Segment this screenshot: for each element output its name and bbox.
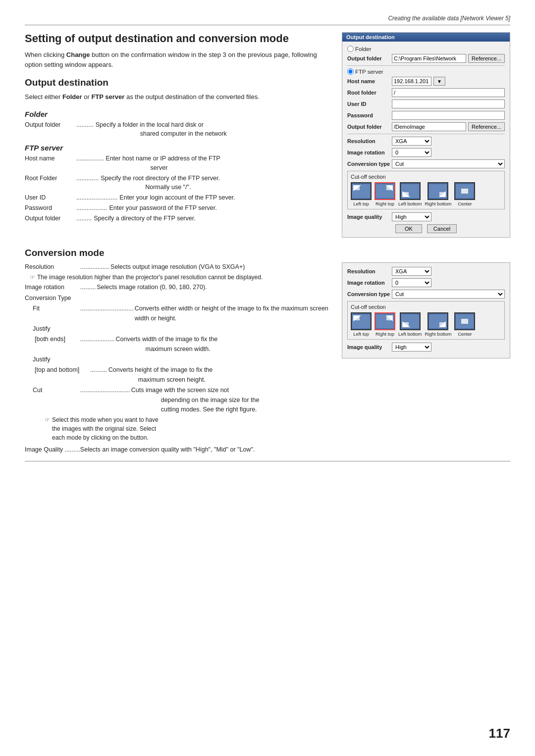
cutoff-right-top[interactable]: Right top [374, 182, 395, 206]
folder-definition: Output folder .......... Specify a folde… [25, 120, 332, 139]
hostname-input[interactable] [392, 77, 431, 86]
note-icon1: ☞ [30, 273, 35, 282]
folder-radio[interactable] [347, 46, 354, 52]
cut-desc: Cuts image with the screen size not depe… [131, 386, 332, 414]
password-label: Password [347, 112, 392, 118]
ftp-userid-term: User ID [25, 193, 74, 202]
cut-note-line: ☞ Select this mode when you want to have… [30, 415, 332, 442]
d2-conversion-type-select[interactable]: Cut [392, 290, 505, 299]
ftp-hostname-desc2: server [106, 163, 332, 173]
conversion-type-header-row: Conversion Type [25, 294, 332, 303]
userid-input[interactable] [392, 100, 505, 108]
ftp-definition: Host name ................ Enter host na… [25, 154, 332, 223]
image-rotation-term: Image rotation [25, 283, 79, 292]
folder-radio-row[interactable]: Folder [347, 46, 505, 52]
cancel-button[interactable]: Cancel [427, 224, 457, 233]
resolution-note-line: ☞ The image resolution higher than the p… [30, 273, 332, 282]
bottom-divider [25, 461, 510, 461]
hostname-row: Host name ▼ [347, 77, 505, 86]
ok-button[interactable]: OK [395, 224, 422, 233]
both-ends-term: [both ends] [25, 335, 79, 354]
svg-rect-2 [354, 186, 360, 190]
image-quality-select[interactable]: High [392, 212, 431, 221]
cut-note: Select this mode when you want to have t… [52, 415, 159, 442]
folder-desc2: shared computer in the network [96, 129, 332, 139]
d2-left-bottom-label: Left bottom [398, 331, 422, 337]
d2-cutoff-right-top[interactable]: Right top [374, 312, 395, 337]
ftp-outputfolder-item: Output folder ......... Specify a direct… [25, 214, 332, 223]
resolution-select[interactable]: XGA [392, 137, 431, 146]
cutoff-center[interactable]: Center [454, 182, 475, 206]
svg-rect-13 [461, 189, 468, 194]
d2-cutoff-right-bottom[interactable]: Right bottom [425, 312, 452, 337]
folder-title: Folder [25, 110, 332, 118]
conversion-type-label: Conversion type [347, 161, 392, 167]
ftp-rootfolder-term: Root Folder [25, 174, 74, 193]
output-folder2-row: Output folder Reference... [347, 122, 505, 131]
resolution-desc-row: Resolution ................. Selects out… [25, 262, 332, 272]
both-ends-desc2: maximum screen width. [115, 345, 332, 354]
ftp-outputfolder-term: Output folder [25, 214, 74, 223]
output-folder2-input[interactable] [392, 122, 466, 131]
d2-cutoff-left-top-icon [351, 312, 372, 330]
cutoff-section-title: Cut-off section [351, 174, 501, 180]
d2-cutoff-center[interactable]: Center [454, 312, 475, 337]
password-input[interactable] [392, 111, 505, 120]
hostname-label: Host name [347, 78, 392, 84]
d2-resolution-select[interactable]: XGA [392, 267, 431, 276]
cut-term: Cut [25, 386, 79, 414]
rootfolder-input[interactable] [392, 88, 505, 97]
ftp-rootfolder-item: Root Folder ............. Specify the ro… [25, 174, 332, 193]
ftp-hostname-item: Host name ................ Enter host na… [25, 154, 332, 173]
cut-desc2: depending on the image size for the [131, 396, 332, 405]
d2-image-rotation-select[interactable]: 0 [392, 278, 431, 287]
d2-cutoff-left-top[interactable]: Left top [351, 312, 372, 337]
svg-rect-25 [439, 322, 445, 327]
cutoff-section: Cut-off section Left top [347, 171, 505, 209]
conversion-left: Resolution ................. Selects out… [25, 262, 332, 456]
d2-image-quality-label: Image quality [347, 344, 392, 350]
dialog1-sep2 [347, 134, 505, 134]
svg-rect-16 [354, 316, 360, 320]
output-folder-input[interactable] [392, 54, 466, 63]
reference2-button[interactable]: Reference... [468, 122, 505, 131]
cutoff-left-top[interactable]: Left top [351, 182, 372, 206]
both-ends-row: [both ends] .................... Convert… [25, 335, 332, 354]
d2-image-quality-row: Image quality High [347, 343, 505, 352]
rootfolder-row: Root folder [347, 88, 505, 97]
svg-rect-19 [386, 316, 392, 320]
cutoff-right-bottom[interactable]: Right bottom [425, 182, 452, 206]
image-rotation-select[interactable]: 0 [392, 148, 431, 157]
cutoff-left-top-icon [351, 182, 372, 200]
ftp-radio[interactable] [347, 68, 354, 75]
justify-label1: Justify [25, 324, 332, 334]
conversion-mode-section: Conversion mode Resolution .............… [25, 248, 510, 456]
d2-image-quality-select[interactable]: High [392, 343, 431, 352]
main-top-section: Setting of output destination and conver… [25, 32, 510, 238]
conversion-type-select[interactable]: Cut [392, 159, 505, 168]
d2-right-top-label: Right top [375, 331, 394, 337]
userid-label: User ID [347, 101, 392, 107]
output-destination-intro: Select either Folder or FTP server as th… [25, 92, 332, 102]
folder-term: Output folder [25, 120, 74, 139]
rootfolder-label: Root folder [347, 90, 392, 96]
ftp-outputfolder-desc: Specify a directory of the FTP server. [94, 214, 332, 223]
image-quality-desc-row: Image Quality .........Selects an image … [25, 445, 332, 454]
d2-cutoff-left-bottom[interactable]: Left bottom [398, 312, 422, 337]
d2-cutoff-left-bottom-icon [400, 312, 421, 330]
ftp-title: FTP server [25, 144, 332, 152]
top-bottom-term: [top and bottom] [25, 365, 89, 385]
top-bottom-desc: Converts height of the image to fix the … [108, 365, 332, 385]
fit-desc: Converts either width or height of the i… [135, 304, 332, 323]
hostname-dropdown[interactable]: ▼ [433, 77, 445, 86]
page-number: 117 [489, 726, 510, 741]
d2-center-label: Center [458, 331, 472, 337]
cutoff-left-bottom[interactable]: Left bottom [398, 182, 422, 206]
cutoff-right-bottom-icon [428, 182, 448, 200]
dialog1-separator [347, 65, 505, 66]
reference1-button[interactable]: Reference... [468, 54, 505, 63]
dialog2-body: Resolution XGA Image rotation 0 [342, 263, 510, 358]
ftp-radio-row[interactable]: FTP server [347, 68, 505, 75]
ftp-radio-label: FTP server [355, 69, 383, 75]
resolution-row: Resolution XGA [347, 137, 505, 146]
